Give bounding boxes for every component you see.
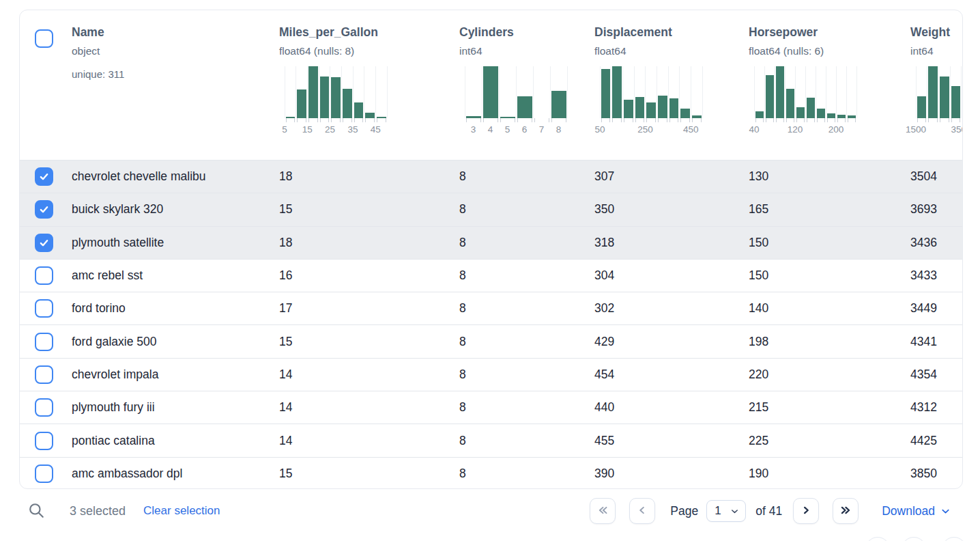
axis-tick-label: 35: [348, 124, 358, 135]
histogram-bar: [658, 96, 667, 118]
previous-page-button[interactable]: [629, 498, 655, 524]
selected-count-label: 3 selected: [70, 504, 126, 518]
column-header-Horsepower[interactable]: Horsepowerfloat64 (nulls: 6)40120200: [749, 10, 910, 160]
axis-tick: [612, 118, 622, 122]
row-checkbox[interactable]: [35, 464, 53, 483]
histogram-plot: [916, 66, 963, 118]
cell-value: 318: [594, 236, 749, 250]
column-title: Weight: [910, 25, 963, 40]
hidden-action-button[interactable]: [942, 537, 966, 541]
axis-tick: [365, 118, 375, 122]
row-checkbox[interactable]: [35, 266, 53, 285]
check-icon: [38, 237, 50, 249]
cell-value: 16: [279, 268, 459, 283]
chevron-left-icon: [635, 503, 650, 520]
row-checkbox-cell: [20, 365, 72, 384]
search-button[interactable]: [27, 501, 45, 521]
next-page-button[interactable]: [793, 498, 819, 524]
first-page-button[interactable]: [590, 498, 616, 524]
cell-value: 454: [594, 367, 749, 382]
cell-value: 8: [459, 434, 594, 448]
histogram-bar: [669, 98, 679, 118]
histogram-bar: [807, 98, 815, 118]
cell-value: 440: [594, 400, 749, 415]
histogram-bar: [692, 115, 702, 118]
cell-value: 190: [749, 467, 910, 481]
column-dtype: float64: [594, 44, 749, 57]
axis-tick-label: 5: [505, 124, 510, 135]
cell-value: 3850: [910, 467, 963, 481]
column-title: Name: [72, 25, 279, 40]
row-checkbox-cell: [20, 200, 72, 219]
axis-tick-label: 6: [522, 124, 528, 135]
row-checkbox-cell: [20, 398, 72, 417]
row-checkbox[interactable]: [35, 365, 53, 384]
cell-value: 3693: [910, 202, 963, 217]
column-header-Displacement[interactable]: Displacementfloat6450250450: [594, 10, 749, 160]
cell-name: chevrolet chevelle malibu: [72, 169, 279, 184]
cell-value: 14: [279, 400, 459, 415]
histogram-bar: [940, 77, 949, 118]
histogram-axis: [916, 118, 963, 122]
row-checkbox[interactable]: [35, 234, 53, 252]
histogram-bar: [796, 107, 805, 118]
column-header-Name[interactable]: Nameobjectunique: 311: [72, 10, 279, 160]
row-checkbox[interactable]: [35, 432, 53, 450]
cell-name: plymouth fury iii: [72, 400, 279, 415]
column-header-Miles_per_Gallon[interactable]: Miles_per_Gallonfloat64 (nulls: 8)515253…: [279, 10, 459, 160]
cell-name: ford galaxie 500: [72, 335, 279, 349]
row-checkbox-cell: [20, 234, 72, 252]
download-button[interactable]: Download: [882, 504, 951, 518]
axis-tick-label: 250: [637, 124, 653, 135]
cell-value: 15: [279, 335, 459, 349]
table-row: amc rebel sst1683041503433: [20, 259, 962, 292]
histogram-axis: [600, 118, 702, 122]
row-checkbox[interactable]: [35, 398, 53, 417]
cell-value: 8: [459, 335, 594, 349]
row-checkbox[interactable]: [35, 167, 53, 186]
select-all-checkbox[interactable]: [35, 29, 53, 48]
axis-tick: [669, 118, 679, 122]
row-checkbox[interactable]: [35, 200, 53, 219]
cell-value: 4354: [910, 367, 963, 382]
histogram-axis: [754, 118, 856, 122]
row-checkbox-cell: [20, 464, 72, 483]
axis-tick: [827, 118, 835, 122]
histogram-bar: [377, 117, 386, 118]
row-checkbox[interactable]: [35, 333, 53, 351]
table-row: plymouth fury iii1484402154312: [20, 391, 962, 424]
chevrons-right-icon: [838, 503, 853, 520]
cell-name: amc ambassador dpl: [72, 467, 279, 481]
axis-tick-label: 450: [683, 124, 699, 135]
cell-value: 350: [594, 202, 749, 217]
check-icon: [38, 171, 50, 182]
axis-tick: [692, 118, 702, 122]
column-header-Cylinders[interactable]: Cylindersint64345678: [459, 10, 594, 160]
histogram-bar: [343, 89, 352, 118]
cell-value: 14: [279, 434, 459, 448]
hidden-action-button[interactable]: [902, 537, 926, 541]
cell-value: 17: [279, 301, 459, 316]
column-header-Weight[interactable]: Weightint6415003500: [910, 10, 963, 160]
histogram-Miles_per_Gallon: 515253545: [285, 66, 387, 135]
histogram-bar: [551, 91, 566, 118]
column-title: Displacement: [594, 25, 749, 40]
axis-tick-label: 15: [302, 124, 313, 135]
hidden-action-button[interactable]: [865, 537, 890, 541]
clear-selection-link[interactable]: Clear selection: [143, 504, 220, 518]
histogram-bar: [848, 115, 856, 118]
axis-tick: [466, 118, 481, 122]
column-dtype: object: [72, 44, 279, 57]
cell-value: 8: [459, 467, 594, 481]
row-checkbox[interactable]: [35, 299, 53, 318]
axis-tick-label: 40: [749, 124, 759, 135]
cell-value: 15: [279, 467, 459, 481]
download-label: Download: [882, 504, 935, 518]
cell-value: 8: [459, 236, 594, 250]
last-page-button[interactable]: [833, 498, 859, 524]
axis-tick: [343, 118, 352, 122]
page-select-value: 1: [715, 504, 721, 518]
axis-tick: [624, 118, 633, 122]
page-select[interactable]: 1: [706, 500, 746, 522]
column-title: Miles_per_Gallon: [279, 25, 459, 40]
